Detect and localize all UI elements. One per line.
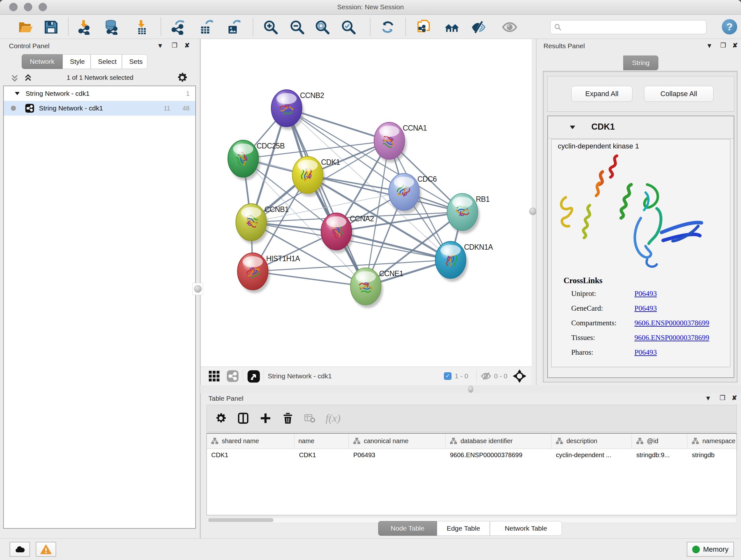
table-cell[interactable]: cyclin-dependent ...: [551, 449, 632, 463]
network-row[interactable]: String Network - cdk1 11 48: [4, 101, 195, 116]
zoom-in-icon[interactable]: [263, 19, 278, 35]
panel-float-icon[interactable]: ❐: [720, 394, 725, 401]
table-cell[interactable]: 9606.ENSP00000378699: [446, 449, 551, 463]
panel-close-icon[interactable]: ✘: [732, 394, 737, 401]
network-node[interactable]: CCNB1: [236, 204, 288, 244]
table-cell[interactable]: CDK1: [207, 449, 294, 463]
table-cell[interactable]: P06493: [349, 449, 446, 463]
network-node[interactable]: CDC25B: [228, 140, 285, 180]
first-neighbors-icon[interactable]: [444, 19, 460, 35]
network-node[interactable]: CCNA2: [321, 213, 374, 253]
panel-menu-icon[interactable]: ▼: [705, 395, 711, 402]
panel-menu-icon[interactable]: ▼: [157, 42, 163, 50]
search-input[interactable]: [562, 23, 699, 31]
import-network-from-database-icon[interactable]: [104, 19, 119, 35]
tab-style[interactable]: Style: [63, 54, 91, 69]
grid-view-icon[interactable]: [208, 370, 220, 382]
export-image-icon[interactable]: [226, 19, 241, 35]
selected-checkbox-icon[interactable]: ✓: [444, 372, 452, 380]
cloud-status-button[interactable]: [10, 542, 30, 557]
export-table-icon[interactable]: [199, 19, 214, 35]
crosslink-value[interactable]: P06493: [634, 348, 657, 357]
collection-expander-icon[interactable]: [14, 90, 20, 97]
hidden-eye-icon[interactable]: [481, 371, 491, 381]
protein-structure-image[interactable]: [551, 154, 730, 273]
network-node[interactable]: HIST1H1A: [238, 253, 300, 293]
tab-select[interactable]: Select: [91, 54, 122, 69]
network-node[interactable]: CDKN1A: [435, 241, 493, 282]
network-node[interactable]: RB1: [447, 193, 489, 234]
network-options-gear-icon[interactable]: [176, 71, 188, 84]
column-header-@id[interactable]: @id: [632, 434, 687, 449]
column-header-namespace[interactable]: namespace: [687, 434, 737, 449]
show-all-icon[interactable]: [502, 19, 517, 35]
apply-layout-icon[interactable]: [380, 19, 395, 35]
column-header-shared-name[interactable]: shared name: [207, 434, 294, 449]
add-column-icon[interactable]: [259, 412, 272, 425]
table-cell[interactable]: CDK1: [294, 449, 349, 463]
memory-button[interactable]: Memory: [687, 542, 734, 557]
crosslinks-list: Uniprot:P06493GeneCard:P06493Compartment…: [571, 290, 724, 363]
column-header-name[interactable]: name: [294, 434, 349, 449]
column-header-canonical-name[interactable]: canonical name: [349, 434, 446, 449]
zoom-fit-icon[interactable]: [315, 19, 330, 35]
node-label: HIST1H1A: [266, 254, 300, 263]
fit-selection-crosshair-icon[interactable]: [513, 369, 527, 383]
crosslink-value[interactable]: 9606.ENSP00000378699: [634, 334, 710, 342]
export-network-icon[interactable]: [171, 19, 186, 35]
tab-edge-table[interactable]: Edge Table: [437, 521, 490, 536]
column-header-description[interactable]: description: [551, 434, 632, 449]
collapse-all-button[interactable]: Collapse All: [644, 86, 714, 102]
entry-header[interactable]: CDK1: [548, 116, 734, 138]
network-node[interactable]: CCNE1: [350, 268, 403, 308]
crosslink-value[interactable]: P06493: [634, 290, 657, 298]
crosslink-label: Uniprot:: [571, 290, 634, 298]
table-row[interactable]: CDK1CDK1P064939606.ENSP00000378699cyclin…: [207, 449, 737, 463]
network-canvas[interactable]: CCNB2CCNA1CDC25BCDK1CDC6RB1CCNB1CCNA2CDK…: [200, 39, 532, 367]
table-cell[interactable]: stringdb: [687, 449, 737, 463]
tab-sets[interactable]: Sets: [122, 54, 147, 69]
column-header-database-identifier[interactable]: database identifier: [446, 434, 551, 449]
node-table[interactable]: shared namenamecanonical namedatabase id…: [206, 433, 737, 515]
delete-column-icon[interactable]: [281, 412, 294, 425]
tab-string[interactable]: String: [623, 56, 658, 70]
table-cell[interactable]: stringdb:9...: [632, 449, 687, 463]
expand-all-button[interactable]: Expand All: [571, 86, 632, 102]
tab-network-table[interactable]: Network Table: [490, 521, 562, 536]
crosslink-value[interactable]: 9606.ENSP00000378699: [634, 319, 710, 327]
network-node[interactable]: CDC6: [389, 173, 437, 213]
table-settings-gear-icon[interactable]: [214, 412, 227, 425]
save-session-icon[interactable]: [44, 19, 59, 35]
network-collection-row[interactable]: String Network - cdk1 1: [4, 86, 195, 101]
tab-network[interactable]: Network: [22, 54, 63, 69]
network-graph[interactable]: CCNB2CCNA1CDC25BCDK1CDC6RB1CCNB1CCNA2CDK…: [201, 39, 531, 366]
zoom-selected-icon[interactable]: [341, 19, 356, 35]
panel-float-icon[interactable]: ❐: [172, 42, 178, 49]
select-columns-icon[interactable]: [237, 412, 250, 425]
node-label: CDKN1A: [464, 243, 493, 251]
right-splitter[interactable]: [529, 207, 537, 215]
open-session-icon[interactable]: [18, 19, 33, 35]
warnings-button[interactable]: [36, 542, 56, 557]
panel-close-icon[interactable]: ✘: [185, 42, 190, 49]
bottom-splitter[interactable]: [200, 385, 741, 393]
left-splitter[interactable]: [192, 283, 203, 295]
zoom-out-icon[interactable]: [289, 19, 305, 35]
network-node[interactable]: CCNA1: [374, 122, 427, 163]
tab-node-table[interactable]: Node Table: [378, 521, 437, 536]
panel-float-icon[interactable]: ❐: [720, 42, 726, 49]
entry-expander-icon[interactable]: [569, 124, 576, 131]
new-network-from-selection-icon[interactable]: [416, 19, 432, 35]
panel-menu-icon[interactable]: ▼: [706, 42, 713, 50]
panel-close-icon[interactable]: ✘: [732, 42, 738, 49]
search-box[interactable]: [550, 20, 706, 34]
network-badge-icon[interactable]: [226, 370, 239, 382]
birds-eye-view-icon[interactable]: [247, 370, 260, 382]
help-icon[interactable]: ?: [722, 19, 737, 35]
scrollbar-thumb[interactable]: [208, 518, 273, 522]
crosslink-value[interactable]: P06493: [634, 304, 657, 313]
import-table-from-file-icon[interactable]: [134, 19, 149, 35]
import-network-from-file-icon[interactable]: [76, 19, 91, 35]
hide-selection-icon[interactable]: [471, 19, 486, 35]
network-node[interactable]: CCNB2: [271, 90, 324, 130]
